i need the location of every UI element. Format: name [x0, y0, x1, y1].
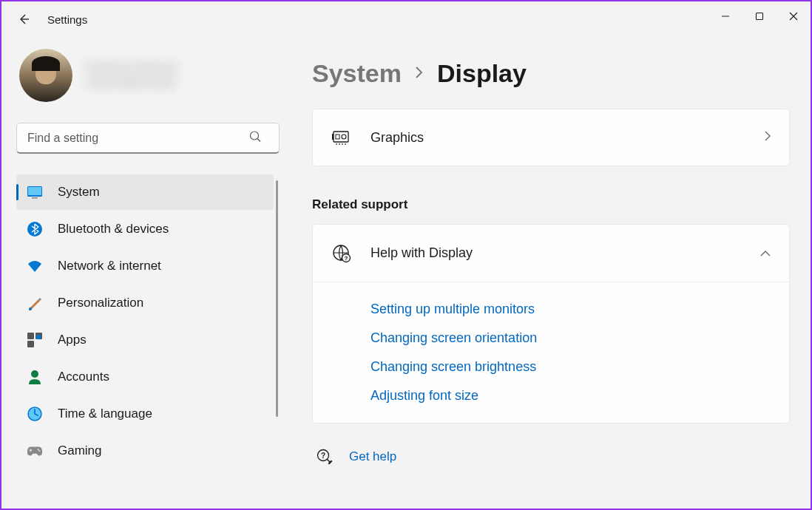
sidebar-item-personalization[interactable]: Personalization: [16, 285, 274, 321]
svg-text:?: ?: [345, 255, 348, 262]
chevron-up-icon: [759, 247, 771, 260]
chevron-right-icon: [764, 130, 771, 145]
get-help-link[interactable]: ? Get help: [317, 449, 790, 465]
svg-rect-17: [332, 134, 334, 140]
content: System Display Graphics Related support …: [282, 37, 811, 509]
sidebar-item-apps[interactable]: Apps: [16, 322, 274, 358]
accounts-icon: [27, 369, 43, 385]
svg-rect-3: [28, 187, 41, 195]
help-content: Setting up multiple monitors Changing sc…: [313, 282, 789, 423]
page-title: Display: [437, 59, 527, 88]
svg-rect-9: [27, 341, 34, 347]
chevron-right-icon: [415, 65, 424, 83]
svg-rect-4: [32, 197, 38, 199]
section-title: Related support: [312, 197, 790, 212]
sidebar-item-time[interactable]: Time & language: [16, 396, 274, 432]
svg-point-1: [251, 132, 259, 140]
help-header[interactable]: ? Help with Display: [313, 225, 789, 282]
help-link-brightness[interactable]: Changing screen brightness: [371, 359, 771, 375]
sidebar-item-label: Time & language: [58, 407, 152, 421]
gaming-icon: [27, 443, 43, 459]
svg-point-11: [31, 370, 38, 378]
avatar: [19, 49, 72, 102]
svg-rect-0: [757, 13, 763, 20]
sidebar-item-bluetooth[interactable]: Bluetooth & devices: [16, 211, 274, 247]
help-title: Help with Display: [371, 245, 759, 261]
globe-help-icon: ?: [331, 244, 353, 263]
help-link-monitors[interactable]: Setting up multiple monitors: [371, 302, 771, 317]
sidebar-item-label: System: [58, 185, 100, 200]
graphics-card[interactable]: Graphics: [312, 109, 790, 166]
app-title: Settings: [47, 13, 87, 26]
sidebar-item-label: Apps: [58, 333, 87, 347]
user-name: Redacted Redactedredacted@example: [86, 61, 177, 89]
sidebar-item-label: Bluetooth & devices: [58, 222, 169, 237]
svg-point-14: [37, 449, 38, 450]
breadcrumb-parent[interactable]: System: [312, 59, 402, 88]
search-icon: [249, 131, 262, 146]
personalization-icon: [27, 295, 43, 311]
help-link-fontsize[interactable]: Adjusting font size: [371, 388, 771, 404]
time-icon: [27, 406, 43, 422]
svg-rect-7: [27, 333, 34, 339]
svg-rect-10: [36, 335, 41, 340]
system-icon: [27, 184, 43, 200]
sidebar-item-accounts[interactable]: Accounts: [16, 359, 274, 395]
bluetooth-icon: [27, 221, 43, 237]
close-button[interactable]: [777, 1, 811, 31]
minimize-button[interactable]: [708, 1, 742, 31]
search-input[interactable]: [16, 123, 280, 154]
breadcrumb: System Display: [312, 59, 790, 88]
nav-list: System Bluetooth & devices Network & int…: [16, 174, 274, 469]
sidebar-item-label: Gaming: [58, 443, 102, 458]
svg-point-18: [342, 135, 346, 139]
card-label: Graphics: [371, 130, 764, 146]
sidebar: Redacted Redactedredacted@example System…: [1, 37, 282, 509]
network-icon: [27, 258, 43, 274]
svg-point-15: [38, 450, 40, 452]
sidebar-item-label: Network & internet: [58, 259, 161, 273]
user-block[interactable]: Redacted Redactedredacted@example: [16, 49, 274, 102]
apps-icon: [27, 332, 43, 348]
help-link-orientation[interactable]: Changing screen orientation: [371, 330, 771, 346]
back-button[interactable]: [16, 12, 31, 27]
svg-point-6: [29, 307, 32, 310]
sidebar-item-label: Personalization: [58, 296, 143, 310]
svg-text:?: ?: [321, 452, 325, 460]
sidebar-item-gaming[interactable]: Gaming: [16, 433, 274, 469]
help-card: ? Help with Display Setting up multiple …: [312, 224, 790, 424]
sidebar-item-network[interactable]: Network & internet: [16, 248, 274, 284]
svg-rect-19: [336, 135, 339, 139]
nav-scrollbar[interactable]: [276, 180, 278, 417]
sidebar-item-system[interactable]: System: [16, 174, 274, 210]
footer-link-text: Get help: [349, 449, 396, 464]
sidebar-item-label: Accounts: [58, 370, 109, 384]
graphics-icon: [331, 130, 353, 145]
maximize-button[interactable]: [742, 1, 777, 31]
help-icon: ?: [317, 449, 333, 465]
